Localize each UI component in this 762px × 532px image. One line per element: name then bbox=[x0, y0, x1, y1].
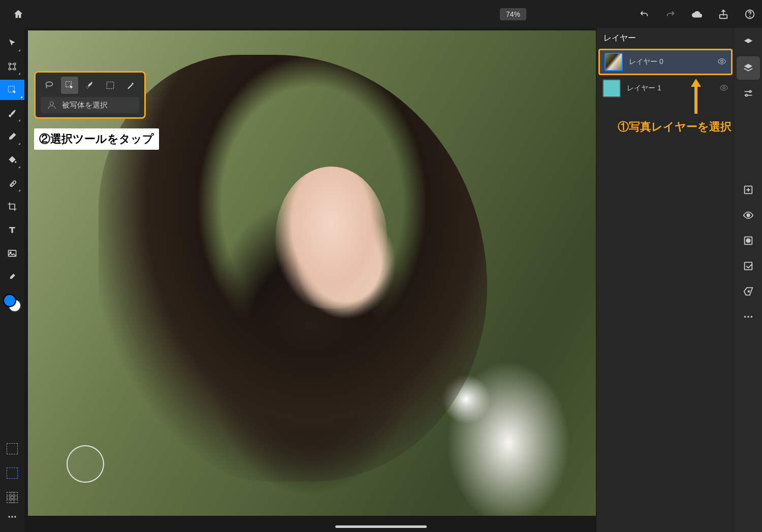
svg-point-30 bbox=[751, 316, 753, 318]
delete-icon[interactable] bbox=[737, 280, 760, 303]
layer-row-1[interactable]: レイヤー 1 bbox=[596, 75, 735, 102]
annotation-step1: ①写真レイヤーを選択 bbox=[618, 119, 732, 135]
svg-point-8 bbox=[13, 183, 14, 184]
quick-select-grid-icon[interactable] bbox=[2, 487, 22, 508]
eraser-tool[interactable] bbox=[2, 126, 22, 147]
annotation-step2: ②選択ツールをタップ bbox=[34, 128, 159, 150]
marquee-rect-icon[interactable] bbox=[102, 77, 119, 94]
svg-point-11 bbox=[9, 516, 10, 517]
svg-point-18 bbox=[50, 102, 54, 105]
transform-tool[interactable] bbox=[2, 56, 22, 77]
svg-point-29 bbox=[747, 316, 749, 318]
svg-point-19 bbox=[721, 60, 723, 62]
select-subject-button[interactable]: 被写体を選択 bbox=[41, 97, 139, 113]
svg-point-4 bbox=[9, 115, 11, 117]
layer-name: レイヤー 1 bbox=[627, 84, 661, 93]
home-indicator bbox=[335, 525, 427, 528]
layer-row-0[interactable]: レイヤー 0 bbox=[598, 49, 733, 75]
layers-panel: レイヤー レイヤー 0 レイヤー 1 bbox=[596, 28, 735, 532]
color-swatch[interactable] bbox=[3, 294, 21, 312]
svg-point-13 bbox=[14, 516, 16, 517]
add-layer-icon[interactable] bbox=[737, 178, 760, 202]
svg-point-28 bbox=[744, 316, 746, 318]
svg-point-21 bbox=[749, 91, 751, 93]
svg-point-16 bbox=[86, 86, 88, 88]
adjustments-icon[interactable] bbox=[737, 82, 760, 105]
object-select-tool-icon[interactable] bbox=[61, 77, 78, 94]
zoom-level[interactable]: 74% bbox=[500, 8, 526, 20]
share-icon[interactable] bbox=[717, 8, 729, 20]
more-options-icon[interactable] bbox=[737, 305, 760, 328]
mask-icon[interactable] bbox=[737, 229, 760, 252]
undo-icon[interactable] bbox=[638, 8, 650, 20]
layer-name: レイヤー 0 bbox=[629, 57, 663, 66]
svg-point-14 bbox=[46, 82, 52, 86]
svg-point-12 bbox=[11, 516, 13, 517]
redo-icon[interactable] bbox=[664, 8, 677, 20]
image-tool[interactable] bbox=[2, 243, 22, 263]
touch-cursor bbox=[67, 445, 104, 483]
svg-point-5 bbox=[15, 161, 16, 163]
layers-tab-icon[interactable] bbox=[737, 31, 760, 54]
svg-point-2 bbox=[750, 16, 750, 17]
layer-properties-tab-icon[interactable] bbox=[737, 56, 760, 80]
svg-rect-27 bbox=[745, 262, 752, 270]
brush-tool[interactable] bbox=[2, 103, 22, 123]
cloud-icon[interactable] bbox=[691, 8, 703, 20]
lasso-tool-icon[interactable] bbox=[41, 77, 58, 94]
quick-select-new-icon[interactable] bbox=[2, 439, 22, 459]
layers-panel-title: レイヤー bbox=[596, 28, 735, 49]
eyedropper-tool[interactable] bbox=[2, 267, 22, 287]
visibility-icon[interactable] bbox=[719, 83, 728, 94]
svg-rect-17 bbox=[107, 82, 113, 88]
quick-select-add-icon[interactable] bbox=[2, 463, 22, 483]
svg-point-24 bbox=[747, 214, 750, 217]
svg-point-26 bbox=[746, 239, 750, 242]
svg-point-22 bbox=[746, 94, 748, 96]
selection-tool[interactable] bbox=[0, 80, 24, 100]
home-icon[interactable] bbox=[11, 7, 25, 21]
selection-tool-flyout: 被写体を選択 bbox=[34, 71, 146, 119]
layer-thumbnail bbox=[605, 53, 623, 71]
clip-icon[interactable] bbox=[737, 254, 760, 278]
heal-tool[interactable] bbox=[2, 173, 22, 193]
quick-select-brush-icon[interactable] bbox=[81, 77, 99, 94]
text-tool[interactable] bbox=[2, 220, 22, 240]
fill-tool[interactable] bbox=[2, 150, 22, 170]
svg-point-7 bbox=[11, 185, 12, 186]
move-tool[interactable] bbox=[2, 33, 22, 53]
visibility-icon[interactable] bbox=[717, 57, 726, 68]
crop-tool[interactable] bbox=[2, 196, 22, 217]
help-icon[interactable] bbox=[744, 8, 756, 20]
layer-thumbnail bbox=[602, 79, 621, 97]
visibility-toggle-icon[interactable] bbox=[737, 204, 760, 227]
more-icon[interactable] bbox=[2, 512, 22, 522]
annotation-arrow bbox=[691, 79, 701, 87]
select-subject-label: 被写体を選択 bbox=[62, 101, 108, 110]
svg-point-20 bbox=[723, 86, 725, 89]
magic-wand-icon[interactable] bbox=[122, 77, 139, 94]
